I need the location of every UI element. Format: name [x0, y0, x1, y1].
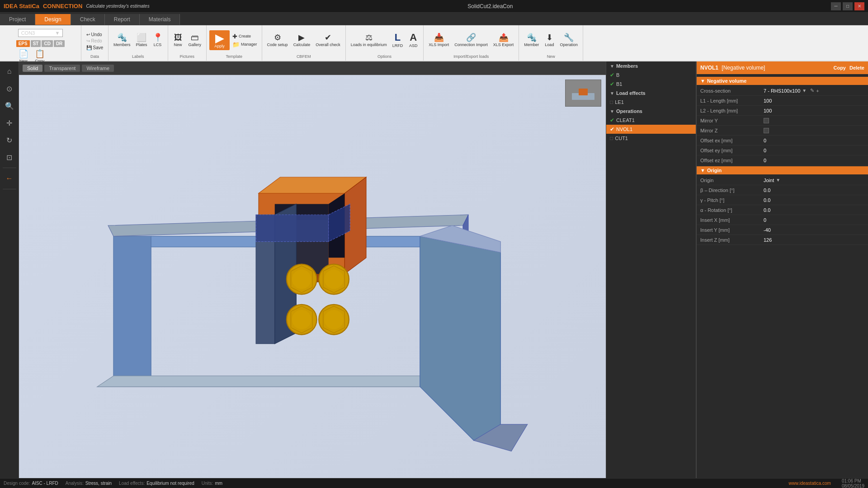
tree-item-LE1[interactable]: □ LE1 [606, 98, 696, 107]
value-insert-z[interactable]: 126 [764, 237, 864, 243]
save-button[interactable]: 💾 Save [85, 45, 105, 51]
props-row-gamma: γ - Pitch [°] 0.0 [697, 195, 868, 205]
view-transparent-button[interactable]: Transparent [44, 65, 80, 72]
calculate-button[interactable]: ▶ Calculate [291, 32, 313, 48]
lcs-button[interactable]: 📍 LCS [151, 32, 165, 48]
label-insert-y: Insert Y [mm] [700, 227, 764, 233]
value-alpha[interactable]: 0.0 [764, 207, 864, 213]
sidebar-fit[interactable]: ⊡ [1, 149, 18, 165]
expand-load-effects-icon: ▼ [610, 91, 614, 96]
lrfd-button[interactable]: L LRFD [390, 31, 406, 49]
new-operation-button[interactable]: 🔧 Operation [557, 32, 580, 48]
new-picture-button[interactable]: 🖼 New [171, 32, 185, 48]
value-offset-ex[interactable]: 0 [764, 138, 864, 143]
gallery-button[interactable]: 🗃 Gallery [186, 32, 204, 48]
value-offset-ez[interactable]: 0 [764, 158, 864, 163]
tree-item-CUT1[interactable]: □ CUT1 [606, 134, 696, 143]
connection-import-button[interactable]: 🔗 Connection Import [452, 32, 490, 48]
cd-button[interactable]: CD [42, 40, 52, 47]
sidebar-rotate[interactable]: ↻ [1, 132, 18, 148]
con3-dropdown[interactable]: CON3 ▼ [18, 29, 63, 37]
st-button[interactable]: ST [31, 40, 41, 47]
loads-eq-button[interactable]: ⚖ Loads in equilibrium [349, 32, 389, 48]
tree-section-members[interactable]: ▼ Members [606, 61, 696, 70]
create-icon: ✚ [232, 33, 237, 40]
label-l2-length: L2 - Length [mm] [700, 108, 764, 113]
new-member-button[interactable]: 🔩 Member [522, 32, 541, 48]
value-beta[interactable]: 0.0 [764, 188, 864, 193]
asd-button[interactable]: A ASD [406, 31, 420, 49]
sidebar-home[interactable]: ⌂ [1, 63, 18, 80]
label-insert-x: Insert X [mm] [700, 217, 764, 223]
viewport-thumbnail: -X [565, 80, 601, 107]
checkbox-mirror-z[interactable] [764, 128, 769, 133]
manager-button[interactable]: 📁 Manager [231, 41, 259, 48]
tab-check[interactable]: Check [71, 14, 105, 25]
view-solid-button[interactable]: Solid [23, 65, 42, 72]
close-button[interactable]: ✕ [854, 2, 864, 10]
right-angle-group [420, 225, 528, 451]
sidebar-zoom-fit[interactable]: ⊙ [1, 80, 18, 97]
eps-button[interactable]: EPS [16, 40, 30, 47]
edit-cross-section-button[interactable]: ✎ [810, 88, 814, 94]
xls-export-button[interactable]: 📤 XLS Export [491, 32, 516, 48]
sidebar-zoom-in[interactable]: 🔍 [1, 98, 18, 114]
value-l1-length[interactable]: 100 [764, 98, 864, 103]
maximize-button[interactable]: □ [843, 2, 853, 10]
new-picture-icon: 🖼 [174, 33, 182, 42]
label-beta: β – Direction [°] [700, 188, 764, 193]
view-wireframe-button[interactable]: Wireframe [82, 65, 114, 72]
properties-panel: NVOL1 [Negative volume] Copy Delete ▼ Ne… [696, 61, 868, 478]
value-gamma[interactable]: 0.0 [764, 197, 864, 203]
members-button[interactable]: 🔩 Members [111, 32, 133, 48]
tree-section-operations[interactable]: ▼ Operations [606, 107, 696, 116]
check-B-icon: ✔ [610, 72, 614, 78]
code-setup-icon: ⚙ [274, 33, 281, 42]
value-l2-length[interactable]: 100 [764, 108, 864, 113]
add-cross-section-button[interactable]: + [816, 88, 819, 94]
label-offset-ez: Offset ez [mm] [700, 158, 764, 163]
redo-button[interactable]: ↪Redo [85, 38, 105, 44]
overall-check-button[interactable]: ✔ Overall check [313, 32, 343, 48]
tree-section-load-effects[interactable]: ▼ Load effects [606, 89, 696, 98]
plates-button[interactable]: ⬜ Plates [134, 32, 150, 48]
dr-button[interactable]: DR [54, 40, 65, 47]
value-insert-x[interactable]: 0 [764, 217, 864, 223]
svg-marker-1 [113, 236, 151, 376]
section-negative-volume[interactable]: ▼ Negative volume [697, 77, 868, 85]
undo-button[interactable]: ↩Undo [85, 32, 105, 38]
delete-nvol-button[interactable]: Delete [849, 65, 864, 70]
value-origin[interactable]: Joint ▼ [764, 178, 864, 183]
value-insert-y[interactable]: -40 [764, 227, 864, 233]
tree-item-B1[interactable]: ✔ B1 [606, 80, 696, 89]
sidebar-move[interactable]: ✛ [1, 115, 18, 131]
value-offset-ey[interactable]: 0 [764, 148, 864, 153]
new-load-button[interactable]: ⬇ Load [542, 32, 557, 48]
create-button[interactable]: ✚ Create [231, 33, 259, 40]
status-design-code: Design code: AISC - LRFD [4, 481, 58, 486]
check-LE1-icon: □ [610, 99, 613, 105]
tab-report[interactable]: Report [105, 14, 140, 25]
tab-project[interactable]: Project [0, 14, 35, 25]
ribbon: CON3 ▼ EPS ST CD DR 📄 New 📋 Cop [0, 25, 868, 61]
tab-materials[interactable]: Materials [140, 14, 180, 25]
lrfd-icon: L [395, 33, 401, 42]
sidebar-back[interactable]: ← [1, 170, 18, 187]
tab-design[interactable]: Design [35, 14, 71, 25]
xls-import-button[interactable]: 📥 XLS Import [426, 32, 451, 48]
props-row-offset-ex: Offset ex [mm] 0 [697, 136, 868, 145]
checkbox-mirror-y[interactable] [764, 118, 769, 123]
label-mirror-y: Mirror Y [700, 118, 764, 123]
new-member-icon: 🔩 [527, 33, 537, 42]
tree-item-CLEAT1[interactable]: ✔ CLEAT1 [606, 116, 696, 125]
svg-marker-21 [323, 266, 345, 292]
new-load-icon: ⬇ [546, 33, 553, 42]
viewport[interactable]: -X [19, 75, 606, 478]
tree-item-B[interactable]: ✔ B [606, 70, 696, 80]
apply-button[interactable]: ▶ Apply [209, 30, 230, 50]
section-origin[interactable]: ▼ Origin [697, 166, 868, 174]
tree-item-NVOL1[interactable]: ✔ NVOL1 [606, 125, 696, 134]
code-setup-button[interactable]: ⚙ Code setup [265, 32, 290, 48]
minimize-button[interactable]: ─ [831, 2, 841, 10]
copy-nvol-button[interactable]: Copy [833, 65, 846, 70]
